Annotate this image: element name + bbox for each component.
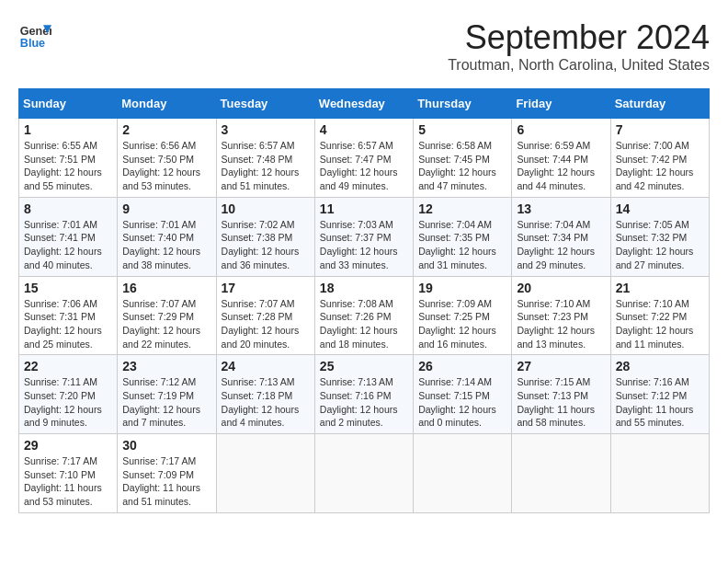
calendar-cell: 12Sunrise: 7:04 AMSunset: 7:35 PMDayligh… xyxy=(414,197,512,276)
weekday-header-monday: Monday xyxy=(118,89,216,119)
day-info: Sunrise: 7:16 AMSunset: 7:12 PMDaylight:… xyxy=(616,375,704,430)
weekday-header-tuesday: Tuesday xyxy=(216,89,314,119)
weekday-header-wednesday: Wednesday xyxy=(314,89,413,119)
day-number: 5 xyxy=(418,122,506,137)
weekday-header-sunday: Sunday xyxy=(19,89,118,119)
calendar-cell xyxy=(414,434,512,513)
calendar-cell: 23Sunrise: 7:12 AMSunset: 7:19 PMDayligh… xyxy=(118,355,216,434)
day-info: Sunrise: 7:06 AMSunset: 7:31 PMDaylight:… xyxy=(24,297,112,351)
calendar-cell: 25Sunrise: 7:13 AMSunset: 7:16 PMDayligh… xyxy=(314,355,413,434)
day-number: 20 xyxy=(517,281,605,295)
day-info: Sunrise: 6:56 AMSunset: 7:50 PMDaylight:… xyxy=(122,139,210,193)
day-info: Sunrise: 7:15 AMSunset: 7:13 PMDaylight:… xyxy=(517,375,605,430)
calendar-cell: 13Sunrise: 7:04 AMSunset: 7:34 PMDayligh… xyxy=(512,197,610,276)
day-info: Sunrise: 7:07 AMSunset: 7:29 PMDaylight:… xyxy=(122,297,210,351)
calendar-cell: 30Sunrise: 7:17 AMSunset: 7:09 PMDayligh… xyxy=(118,434,216,513)
day-info: Sunrise: 7:11 AMSunset: 7:20 PMDaylight:… xyxy=(24,375,112,430)
calendar-cell: 28Sunrise: 7:16 AMSunset: 7:12 PMDayligh… xyxy=(610,355,709,434)
day-info: Sunrise: 6:57 AMSunset: 7:47 PMDaylight:… xyxy=(320,139,408,193)
calendar-cell xyxy=(610,434,709,513)
calendar-cell: 10Sunrise: 7:02 AMSunset: 7:38 PMDayligh… xyxy=(216,197,314,276)
calendar-cell: 21Sunrise: 7:10 AMSunset: 7:22 PMDayligh… xyxy=(610,276,709,355)
day-number: 3 xyxy=(222,122,310,137)
page-header: General Blue September 2024 Troutman, No… xyxy=(18,18,710,74)
day-info: Sunrise: 7:10 AMSunset: 7:22 PMDaylight:… xyxy=(616,297,704,351)
logo-icon: General Blue xyxy=(18,18,51,52)
day-info: Sunrise: 7:04 AMSunset: 7:35 PMDaylight:… xyxy=(418,218,506,272)
week-row-3: 15Sunrise: 7:06 AMSunset: 7:31 PMDayligh… xyxy=(19,276,710,355)
day-number: 28 xyxy=(616,359,704,373)
calendar-cell: 5Sunrise: 6:58 AMSunset: 7:45 PMDaylight… xyxy=(414,119,512,198)
day-info: Sunrise: 7:12 AMSunset: 7:19 PMDaylight:… xyxy=(122,375,210,430)
calendar-cell: 9Sunrise: 7:01 AMSunset: 7:40 PMDaylight… xyxy=(118,197,216,276)
day-number: 4 xyxy=(320,122,408,137)
day-number: 23 xyxy=(122,359,210,373)
day-info: Sunrise: 7:05 AMSunset: 7:32 PMDaylight:… xyxy=(616,218,704,272)
day-number: 1 xyxy=(24,122,112,137)
calendar-cell: 20Sunrise: 7:10 AMSunset: 7:23 PMDayligh… xyxy=(512,276,610,355)
day-number: 10 xyxy=(222,201,310,216)
day-info: Sunrise: 6:55 AMSunset: 7:51 PMDaylight:… xyxy=(24,139,112,193)
calendar-cell: 27Sunrise: 7:15 AMSunset: 7:13 PMDayligh… xyxy=(512,355,610,434)
day-number: 2 xyxy=(122,122,210,137)
calendar-cell: 7Sunrise: 7:00 AMSunset: 7:42 PMDaylight… xyxy=(610,119,709,198)
day-number: 12 xyxy=(418,201,506,216)
day-number: 19 xyxy=(418,281,506,295)
day-number: 16 xyxy=(122,281,210,295)
weekday-header-saturday: Saturday xyxy=(610,89,709,119)
calendar-cell xyxy=(216,434,314,513)
week-row-5: 29Sunrise: 7:17 AMSunset: 7:10 PMDayligh… xyxy=(19,434,710,513)
weekday-header-friday: Friday xyxy=(512,89,610,119)
day-number: 17 xyxy=(222,281,310,295)
day-info: Sunrise: 7:14 AMSunset: 7:15 PMDaylight:… xyxy=(418,375,506,430)
day-info: Sunrise: 7:01 AMSunset: 7:40 PMDaylight:… xyxy=(122,218,210,272)
calendar-cell: 19Sunrise: 7:09 AMSunset: 7:25 PMDayligh… xyxy=(414,276,512,355)
day-number: 7 xyxy=(616,122,704,137)
calendar-cell xyxy=(314,434,413,513)
day-info: Sunrise: 7:17 AMSunset: 7:10 PMDaylight:… xyxy=(24,454,112,509)
day-number: 29 xyxy=(24,438,112,453)
day-number: 14 xyxy=(616,201,704,216)
calendar-cell: 11Sunrise: 7:03 AMSunset: 7:37 PMDayligh… xyxy=(314,197,413,276)
week-row-1: 1Sunrise: 6:55 AMSunset: 7:51 PMDaylight… xyxy=(19,119,710,198)
day-info: Sunrise: 7:09 AMSunset: 7:25 PMDaylight:… xyxy=(418,297,506,351)
calendar-cell: 16Sunrise: 7:07 AMSunset: 7:29 PMDayligh… xyxy=(118,276,216,355)
day-info: Sunrise: 6:58 AMSunset: 7:45 PMDaylight:… xyxy=(418,139,506,193)
day-number: 9 xyxy=(122,201,210,216)
day-info: Sunrise: 7:03 AMSunset: 7:37 PMDaylight:… xyxy=(320,218,408,272)
day-number: 25 xyxy=(320,359,408,373)
day-number: 22 xyxy=(24,359,112,373)
day-info: Sunrise: 7:02 AMSunset: 7:38 PMDaylight:… xyxy=(222,218,310,272)
calendar-cell xyxy=(512,434,610,513)
day-info: Sunrise: 6:57 AMSunset: 7:48 PMDaylight:… xyxy=(222,139,310,193)
week-row-4: 22Sunrise: 7:11 AMSunset: 7:20 PMDayligh… xyxy=(19,355,710,434)
calendar-cell: 18Sunrise: 7:08 AMSunset: 7:26 PMDayligh… xyxy=(314,276,413,355)
calendar-cell: 29Sunrise: 7:17 AMSunset: 7:10 PMDayligh… xyxy=(19,434,118,513)
day-number: 21 xyxy=(616,281,704,295)
day-number: 26 xyxy=(418,359,506,373)
day-info: Sunrise: 7:10 AMSunset: 7:23 PMDaylight:… xyxy=(517,297,605,351)
location-title: Troutman, North Carolina, United States xyxy=(448,57,710,74)
day-number: 15 xyxy=(24,281,112,295)
day-number: 30 xyxy=(122,438,210,453)
calendar-cell: 1Sunrise: 6:55 AMSunset: 7:51 PMDaylight… xyxy=(19,119,118,198)
day-info: Sunrise: 7:00 AMSunset: 7:42 PMDaylight:… xyxy=(616,139,704,193)
month-title: September 2024 xyxy=(448,18,710,57)
weekday-header-thursday: Thursday xyxy=(414,89,512,119)
day-info: Sunrise: 6:59 AMSunset: 7:44 PMDaylight:… xyxy=(517,139,605,193)
day-info: Sunrise: 7:07 AMSunset: 7:28 PMDaylight:… xyxy=(222,297,310,351)
week-row-2: 8Sunrise: 7:01 AMSunset: 7:41 PMDaylight… xyxy=(19,197,710,276)
calendar-cell: 22Sunrise: 7:11 AMSunset: 7:20 PMDayligh… xyxy=(19,355,118,434)
weekday-header-row: SundayMondayTuesdayWednesdayThursdayFrid… xyxy=(19,89,710,119)
calendar-cell: 14Sunrise: 7:05 AMSunset: 7:32 PMDayligh… xyxy=(610,197,709,276)
calendar-cell: 17Sunrise: 7:07 AMSunset: 7:28 PMDayligh… xyxy=(216,276,314,355)
calendar-cell: 8Sunrise: 7:01 AMSunset: 7:41 PMDaylight… xyxy=(19,197,118,276)
calendar-cell: 26Sunrise: 7:14 AMSunset: 7:15 PMDayligh… xyxy=(414,355,512,434)
calendar-cell: 24Sunrise: 7:13 AMSunset: 7:18 PMDayligh… xyxy=(216,355,314,434)
svg-text:Blue: Blue xyxy=(20,37,45,50)
logo: General Blue xyxy=(18,18,51,52)
calendar-cell: 15Sunrise: 7:06 AMSunset: 7:31 PMDayligh… xyxy=(19,276,118,355)
day-number: 13 xyxy=(517,201,605,216)
day-info: Sunrise: 7:01 AMSunset: 7:41 PMDaylight:… xyxy=(24,218,112,272)
day-info: Sunrise: 7:13 AMSunset: 7:18 PMDaylight:… xyxy=(222,375,310,430)
